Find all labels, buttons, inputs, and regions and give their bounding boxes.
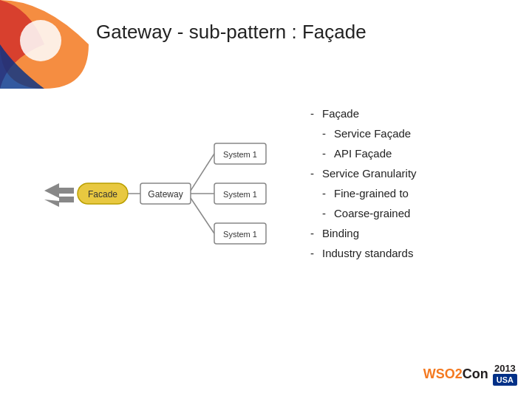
bullet-api-facade: API Façade bbox=[310, 143, 517, 163]
logo-country: USA bbox=[493, 374, 517, 386]
bullet-facade: Façade bbox=[310, 103, 517, 123]
architecture-diagram: Facade Gateway System 1 System 1 System … bbox=[37, 103, 310, 296]
bullet-industry-standards: Industry standards bbox=[310, 243, 517, 263]
svg-line-7 bbox=[191, 198, 214, 233]
svg-marker-2 bbox=[44, 197, 74, 207]
wso2con-logo: WSO2Con 2013 USA bbox=[423, 363, 517, 386]
bullet-service-facade: Service Façade bbox=[310, 123, 517, 143]
svg-marker-1 bbox=[44, 183, 74, 198]
diagram-area: Facade Gateway System 1 System 1 System … bbox=[37, 103, 318, 296]
bullet-coarse-grained: Coarse-grained bbox=[310, 203, 517, 223]
svg-point-0 bbox=[20, 20, 61, 61]
bullet-fine-grained: Fine-grained to bbox=[310, 183, 517, 203]
decorative-circles bbox=[0, 0, 89, 89]
bullet-granularity: Service Granularity bbox=[310, 163, 517, 183]
wso2-wordmark: WSO2Con bbox=[423, 366, 488, 382]
bullets-area: Façade Service Façade API Façade Service… bbox=[310, 103, 517, 263]
system1-mid-label: System 1 bbox=[223, 190, 257, 199]
system1-bot-label: System 1 bbox=[223, 230, 257, 239]
bullet-binding: Binding bbox=[310, 223, 517, 243]
slide-title: Gateway - sub-pattern : Façade bbox=[96, 21, 366, 44]
facade-label: Facade bbox=[88, 189, 117, 200]
gateway-label: Gateway bbox=[148, 189, 183, 200]
bullet-list: Façade Service Façade API Façade Service… bbox=[310, 103, 517, 263]
svg-line-5 bbox=[191, 154, 214, 191]
logo-year: 2013 bbox=[494, 363, 516, 374]
system1-top-label: System 1 bbox=[223, 150, 257, 159]
